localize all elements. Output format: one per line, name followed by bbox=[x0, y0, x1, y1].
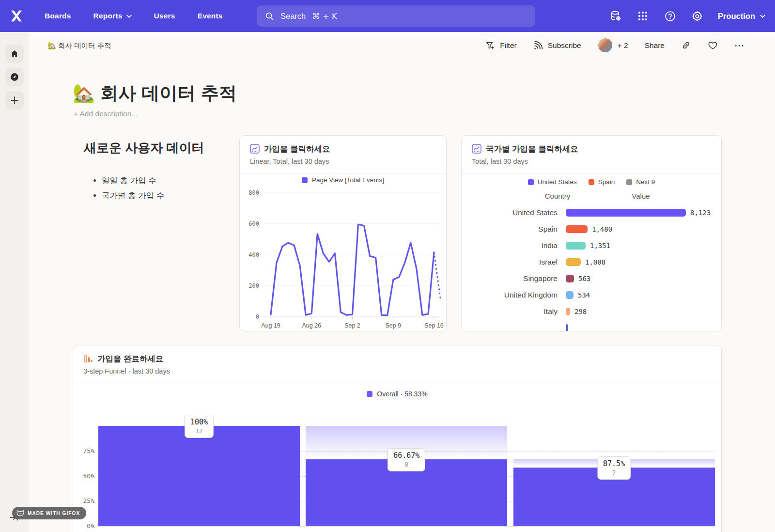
countries-card-icon bbox=[472, 144, 481, 154]
value-bar bbox=[566, 308, 570, 315]
page-title-text: 회사 데이터 추적 bbox=[100, 83, 237, 103]
funnel-plot[interactable]: 0%25%50%75%100%1266.67%887.5%7 bbox=[73, 345, 721, 532]
filter-label: Filter bbox=[500, 41, 516, 50]
home-nav-button[interactable] bbox=[5, 45, 24, 63]
y-axis-label: 50% bbox=[75, 472, 94, 480]
create-new-button[interactable] bbox=[5, 91, 24, 110]
discover-nav-button[interactable] bbox=[5, 68, 24, 86]
gifox-watermark: MADE WITH GIFOX bbox=[12, 507, 86, 519]
top-bar-icons: Prouction bbox=[609, 0, 765, 32]
filter-button[interactable]: Filter bbox=[485, 41, 516, 50]
line-chart-card: 가입을 클릭하세요 Linear, Total, last 30 days Pa… bbox=[239, 135, 447, 331]
table-row[interactable]: Spain1,480 bbox=[462, 221, 721, 237]
apps-grid-icon[interactable] bbox=[636, 10, 649, 22]
heart-icon bbox=[708, 40, 718, 50]
funnel-bar[interactable] bbox=[98, 426, 300, 526]
table-row[interactable]: United States8,123 bbox=[462, 204, 721, 221]
funnel-chart-card: 가입을 완료하세요 3-step Funnel · last 30 days O… bbox=[73, 345, 722, 532]
subscribe-button[interactable]: Subscribe bbox=[533, 41, 581, 50]
value-bar bbox=[566, 209, 686, 217]
search-input[interactable]: Search ⌘ + K bbox=[257, 5, 535, 27]
add-description-button[interactable]: + Add description... bbox=[74, 110, 138, 118]
svg-text:Aug 19: Aug 19 bbox=[261, 322, 280, 329]
legend-swatch bbox=[302, 177, 308, 183]
legend-item[interactable]: United States bbox=[528, 178, 577, 186]
baseline bbox=[98, 526, 715, 527]
search-icon bbox=[265, 12, 274, 21]
conversion-pct: 87.5% bbox=[603, 459, 625, 468]
svg-text:600: 600 bbox=[248, 220, 259, 227]
legend-label: Next 9 bbox=[636, 178, 655, 186]
conversion-count: 12 bbox=[190, 427, 208, 435]
share-label: Share bbox=[645, 41, 665, 50]
table-row-partial bbox=[462, 320, 721, 331]
link-icon bbox=[681, 40, 691, 50]
bullet-item: 일일 총 가입 수 bbox=[102, 175, 164, 186]
value-text: 534 bbox=[578, 291, 590, 299]
help-icon[interactable] bbox=[664, 10, 676, 22]
favorite-button[interactable] bbox=[708, 40, 718, 50]
text-card-bullets: 일일 총 가입 수국가별 총 가입 수 bbox=[82, 171, 164, 201]
legend-swatch bbox=[589, 179, 594, 185]
legend-swatch bbox=[626, 179, 632, 185]
breadcrumb[interactable]: 🏡 회사 데이터 추적 bbox=[47, 41, 111, 50]
workspace-switcher[interactable]: Prouction bbox=[718, 12, 765, 21]
more-options-button[interactable]: ⋯ bbox=[734, 40, 745, 51]
filter-icon bbox=[485, 41, 495, 50]
value-bar bbox=[566, 275, 574, 282]
avatar bbox=[598, 38, 613, 53]
table-row[interactable]: Italy298 bbox=[462, 303, 721, 320]
subscribe-label: Subscribe bbox=[548, 41, 581, 50]
conversion-pct: 100% bbox=[190, 418, 208, 426]
chevron-down-icon bbox=[126, 15, 132, 18]
settings-gear-icon[interactable] bbox=[691, 10, 703, 22]
legend-item[interactable]: Next 9 bbox=[626, 178, 655, 186]
value-text: 563 bbox=[578, 275, 590, 282]
svg-text:Sep 16: Sep 16 bbox=[424, 322, 444, 329]
legend-label: Page View [Total Events] bbox=[312, 176, 384, 184]
nav-item-users[interactable]: Users bbox=[154, 12, 175, 20]
copy-link-button[interactable] bbox=[681, 40, 691, 50]
value-bar bbox=[566, 291, 574, 299]
ellipsis-icon: ⋯ bbox=[734, 40, 745, 51]
country-label: India bbox=[462, 241, 558, 250]
nav-label: Reports bbox=[93, 12, 123, 20]
conversion-count: 8 bbox=[393, 461, 419, 468]
line-chart-card-icon bbox=[250, 144, 260, 154]
line-card-title[interactable]: 가입을 클릭하세요 bbox=[264, 144, 330, 155]
table-row[interactable]: Singapore563 bbox=[462, 270, 721, 287]
legend-label: Spain bbox=[598, 178, 615, 186]
primary-nav: BoardsReportsUsersEvents bbox=[45, 0, 223, 32]
svg-text:400: 400 bbox=[248, 251, 259, 258]
app-window: BoardsReportsUsersEvents Search ⌘ + K bbox=[0, 0, 775, 532]
country-label: Italy bbox=[462, 307, 558, 316]
legend-item[interactable]: Spain bbox=[589, 178, 615, 186]
nav-item-events[interactable]: Events bbox=[198, 12, 223, 20]
nav-item-boards[interactable]: Boards bbox=[45, 12, 71, 20]
fox-icon bbox=[16, 510, 24, 516]
search-shortcut: ⌘ + K bbox=[312, 12, 337, 21]
country-label: Singapore bbox=[462, 274, 558, 283]
avatar-more-count: + 2 bbox=[618, 41, 628, 50]
svg-text:Aug 26: Aug 26 bbox=[302, 322, 321, 329]
data-management-icon[interactable] bbox=[609, 10, 622, 22]
nav-label: Boards bbox=[45, 12, 71, 20]
divider bbox=[462, 173, 721, 173]
countries-card-title[interactable]: 국가별 가입을 클릭하세요 bbox=[486, 144, 578, 155]
y-axis-label: 25% bbox=[75, 497, 94, 504]
table-row[interactable]: India1,351 bbox=[462, 237, 721, 254]
search-label: Search bbox=[280, 12, 306, 21]
table-row[interactable]: Israel1,008 bbox=[462, 254, 721, 270]
home-icon bbox=[10, 49, 19, 59]
table-row[interactable]: United Kingdom534 bbox=[462, 287, 721, 303]
collaborators[interactable]: + 2 bbox=[598, 38, 628, 53]
line-chart-svg[interactable]: 0200400600800Aug 19Aug 26Sep 2Sep 9Sep 1… bbox=[241, 185, 445, 329]
share-button[interactable]: Share bbox=[645, 41, 665, 50]
line-chart-legend: Page View [Total Events] bbox=[240, 176, 446, 184]
divider bbox=[240, 173, 446, 173]
countries-table: United States8,123Spain1,480India1,351Is… bbox=[462, 204, 721, 331]
mixpanel-logo-icon[interactable] bbox=[9, 8, 24, 24]
bullet-item: 국가별 총 가입 수 bbox=[102, 190, 164, 201]
nav-item-reports[interactable]: Reports bbox=[93, 12, 132, 20]
compass-icon bbox=[10, 72, 19, 82]
